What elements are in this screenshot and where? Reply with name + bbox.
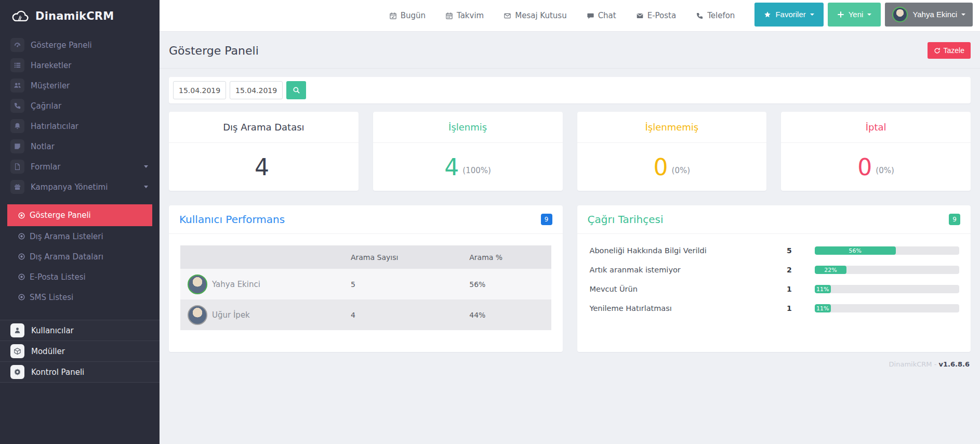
sidebar-item-label: Notlar: [31, 142, 55, 151]
submenu-item-label: SMS Listesi: [30, 293, 73, 302]
sidebar-item-kullanicilar[interactable]: Kullanıcılar: [0, 320, 160, 341]
stat-label: İşlenmiş: [373, 112, 563, 143]
sidebar-item-kampanya-yonetimi[interactable]: Kampanya Yönetimi: [0, 177, 160, 197]
sidebar-item-musteriler[interactable]: Müşteriler: [0, 75, 160, 96]
progress-fill: 11%: [815, 285, 831, 293]
topbar-link-takvim[interactable]: Takvim: [445, 11, 484, 20]
sidebar-item-moduller[interactable]: Modüller: [0, 341, 160, 362]
list-item: Yenileme Hatırlatması 1 11%: [590, 304, 960, 312]
submenu-item-dis-arama-datalari[interactable]: Dış Arama Dataları: [0, 246, 160, 267]
star-icon: [764, 11, 771, 18]
topbar-link-bugun[interactable]: Bugün: [389, 11, 426, 20]
dot-circle-icon: [18, 273, 25, 281]
stat-value: 4: [255, 154, 269, 180]
topbar-link-eposta[interactable]: E-Posta: [636, 11, 676, 20]
list-item: Artık aranmak istemiyor 2 22%: [590, 266, 960, 274]
sidebar-item-hareketler[interactable]: Hareketler: [0, 55, 160, 75]
user-menu-button[interactable]: Yahya Ekinci: [885, 3, 973, 27]
count-badge: 9: [541, 214, 552, 225]
stat-value: 0: [857, 154, 872, 180]
sidebar-item-cagrilar[interactable]: Çağrılar: [0, 96, 160, 116]
user-name: Yahya Ekinci: [212, 280, 260, 289]
avatar: [188, 275, 207, 294]
search-icon: [293, 86, 300, 94]
dot-circle-icon: [18, 293, 25, 301]
user-name: Uğur İpek: [212, 310, 250, 320]
phone-icon: [696, 12, 704, 20]
sidebar-item-label: Çağrılar: [31, 101, 61, 111]
list-item: Mevcut Ürün 1 11%: [590, 285, 960, 293]
topbar-link-label: Telefon: [707, 11, 735, 20]
topbar-link-mesaj-kutusu[interactable]: Mesaj Kutusu: [504, 11, 566, 20]
submenu-item-sms-listesi[interactable]: SMS Listesi: [0, 287, 160, 307]
panel-title: Çağrı Tarihçesi: [588, 213, 664, 226]
call-count: 1: [787, 304, 815, 312]
sidebar-bottom-menu: Kullanıcılar Modüller Kontrol Paneli: [0, 320, 160, 383]
calls-value: 5: [343, 269, 462, 299]
chevron-down-icon: [144, 165, 148, 168]
topbar-link-telefon[interactable]: Telefon: [696, 11, 735, 20]
stat-label: İşlenmemiş: [577, 112, 767, 143]
app-root: DinamikCRM Gösterge Paneli Hareketler Mü…: [0, 0, 980, 444]
call-result-label: Mevcut Ürün: [590, 285, 787, 293]
avatar: [188, 305, 207, 325]
page-header: Gösterge Paneli Tazele: [160, 32, 980, 69]
submenu-item-dis-arama-listeleri[interactable]: Dış Arama Listeleri: [0, 226, 160, 246]
table-row[interactable]: Uğur İpek 4 44%: [180, 299, 551, 330]
sidebar-item-notlar[interactable]: Notlar: [0, 136, 160, 156]
progress-bar: 22%: [815, 266, 959, 274]
search-button[interactable]: [286, 81, 306, 99]
topbar-link-label: Bugün: [401, 11, 426, 20]
progress-fill: 22%: [815, 266, 846, 274]
refresh-button[interactable]: Tazele: [928, 42, 971, 59]
topbar-link-label: Chat: [598, 11, 616, 20]
table-row[interactable]: Yahya Ekinci 5 56%: [180, 269, 551, 299]
brand[interactable]: DinamikCRM: [0, 0, 160, 32]
calendar-check-icon: [389, 12, 397, 20]
favorites-button[interactable]: Favoriler: [754, 3, 823, 27]
submenu-item-gosterge-paneli[interactable]: Gösterge Paneli: [7, 204, 152, 226]
dot-circle-icon: [18, 232, 25, 240]
submenu-item-eposta-listesi[interactable]: E-Posta Listesi: [0, 267, 160, 287]
sidebar-item-kontrol-paneli[interactable]: Kontrol Paneli: [0, 362, 160, 383]
page-title: Gösterge Paneli: [169, 44, 259, 57]
call-result-label: Artık aranmak istemiyor: [590, 266, 787, 274]
stat-card-dis-arama-datasi: Dış Arama Datası 4: [169, 112, 359, 191]
submenu-item-label: E-Posta Listesi: [30, 272, 86, 282]
list-icon: [10, 58, 24, 72]
stat-percent: (0%): [672, 166, 691, 175]
progress-bar: 11%: [815, 304, 959, 312]
stat-percent: (100%): [462, 166, 491, 175]
chevron-down-icon: [867, 14, 871, 16]
stat-label: İptal: [781, 112, 971, 143]
dot-circle-icon: [18, 253, 25, 260]
count-badge: 9: [949, 214, 960, 225]
topbar-link-label: Takvim: [457, 11, 484, 20]
topbar-link-chat[interactable]: Chat: [587, 11, 616, 20]
new-button[interactable]: Yeni: [828, 3, 881, 27]
call-result-label: Yenileme Hatırlatması: [590, 304, 787, 312]
sidebar-item-gosterge-paneli[interactable]: Gösterge Paneli: [0, 35, 160, 55]
favorites-button-label: Favoriler: [775, 10, 805, 19]
sidebar-item-hatirlaticilar[interactable]: Hatırlatıcılar: [0, 116, 160, 136]
submenu-item-label: Dış Arama Dataları: [30, 252, 103, 262]
performance-table: Arama Sayısı Arama % Yahya Ekinci 5: [180, 245, 551, 330]
new-button-label: Yeni: [849, 10, 864, 19]
date-from-input[interactable]: [173, 81, 226, 99]
file-icon: [10, 160, 24, 174]
submenu-item-label: Gösterge Paneli: [30, 211, 91, 220]
phone-icon: [10, 99, 24, 113]
topbar-links: Bugün Takvim Mesaj Kutusu Chat E-Posta: [389, 11, 755, 20]
call-history-panel: Çağrı Tarihçesi 9 Aboneliği Hakkında Bil…: [577, 205, 971, 352]
main-area: Bugün Takvim Mesaj Kutusu Chat E-Posta: [160, 0, 980, 444]
call-count: 2: [787, 266, 815, 274]
chevron-down-icon: [810, 14, 814, 16]
sidebar-item-label: Hareketler: [31, 61, 71, 70]
date-to-input[interactable]: [230, 81, 283, 99]
calendar-icon: [445, 12, 453, 20]
stat-card-iptal: İptal 0 (0%): [781, 112, 971, 191]
sidebar-item-formlar[interactable]: Formlar: [0, 156, 160, 177]
progress-fill: 11%: [815, 304, 831, 312]
dot-circle-icon: [18, 212, 25, 219]
refresh-button-label: Tazele: [944, 46, 964, 55]
